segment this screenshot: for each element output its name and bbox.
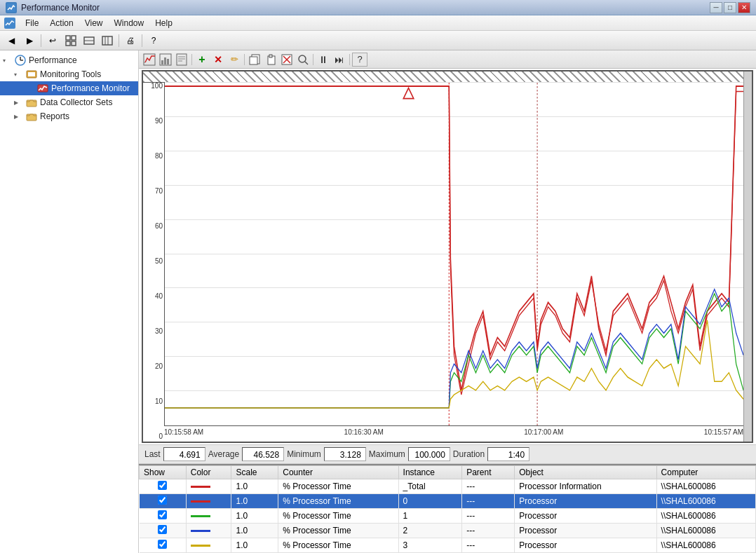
cell-parent: --- xyxy=(462,538,515,553)
ptb-sep-4 xyxy=(349,54,350,65)
view-report-btn[interactable] xyxy=(174,53,189,67)
menu-file[interactable]: File xyxy=(20,17,44,29)
counter-table: Show Color Scale Counter Instance Parent… xyxy=(139,464,756,553)
svg-rect-32 xyxy=(269,55,272,57)
y-label-30: 30 xyxy=(143,328,163,335)
cell-computer: \\SHAL600086 xyxy=(656,494,755,509)
svg-rect-22 xyxy=(161,60,163,64)
app-icon xyxy=(6,2,17,13)
cell-scale: 1.0 xyxy=(231,538,278,553)
sidebar-item-data-collector[interactable]: ▶ Data Collector Sets xyxy=(0,95,138,109)
view-histogram-btn[interactable] xyxy=(158,53,173,67)
paste-properties-btn[interactable] xyxy=(263,53,278,67)
table-row[interactable]: 1.0 % Processor Time 1 --- Processor \\S… xyxy=(140,509,756,524)
show-checkbox[interactable] xyxy=(158,496,167,505)
cell-show[interactable] xyxy=(140,538,187,553)
cell-computer: \\SHAL600086 xyxy=(656,479,755,494)
toolbar-refresh[interactable]: ↩ xyxy=(44,33,61,48)
zoom-btn[interactable] xyxy=(295,53,311,67)
toolbar-grid2[interactable] xyxy=(81,33,97,48)
chart-plot xyxy=(164,83,743,426)
col-counter: Counter xyxy=(278,466,398,479)
cell-instance: 0 xyxy=(398,494,462,509)
minimize-button[interactable]: ─ xyxy=(710,2,722,13)
minimum-label: Minimum xyxy=(287,449,321,459)
cell-object: Processor xyxy=(515,538,656,553)
menu-icon xyxy=(3,16,17,30)
toolbar-back[interactable]: ◀ xyxy=(3,33,20,48)
add-counter-btn[interactable]: + xyxy=(194,53,210,67)
show-checkbox[interactable] xyxy=(158,540,167,549)
svg-point-36 xyxy=(299,55,306,62)
toolbar-help[interactable]: ? xyxy=(145,33,162,48)
x-label-0: 10:15:58 AM xyxy=(164,428,203,436)
cell-scale: 1.0 xyxy=(231,524,278,538)
table-row[interactable]: 1.0 % Processor Time _Total --- Processo… xyxy=(140,479,756,494)
col-scale: Scale xyxy=(231,466,278,479)
x-label-3: 10:15:57 AM xyxy=(704,428,743,436)
maximize-button[interactable]: □ xyxy=(724,2,736,13)
menu-action[interactable]: Action xyxy=(44,17,79,29)
chart-scrollbar[interactable] xyxy=(743,71,752,442)
show-checkbox[interactable] xyxy=(158,510,167,519)
show-checkbox[interactable] xyxy=(158,481,167,490)
menu-help[interactable]: Help xyxy=(149,17,178,29)
view-graph-btn[interactable] xyxy=(142,53,157,67)
sidebar-item-monitoring-tools[interactable]: ▾ Monitoring Tools xyxy=(0,67,138,81)
data-collector-icon xyxy=(25,97,38,108)
highlight-btn[interactable]: ✏ xyxy=(227,53,242,67)
menu-window[interactable]: Window xyxy=(109,17,150,29)
svg-rect-25 xyxy=(177,54,187,65)
cell-parent: --- xyxy=(462,479,515,494)
cell-show[interactable] xyxy=(140,479,187,494)
table-row[interactable]: 1.0 % Processor Time 2 --- Processor \\S… xyxy=(140,524,756,538)
copy-properties-btn[interactable] xyxy=(247,53,262,67)
minimum-value: 3.128 xyxy=(324,447,366,461)
delete-counter-btn[interactable]: ✕ xyxy=(210,53,226,67)
y-label-100: 100 xyxy=(143,83,163,90)
cell-show[interactable] xyxy=(140,494,187,509)
performance-icon xyxy=(14,55,27,66)
toolbar-print[interactable]: 🖨 xyxy=(122,33,139,48)
col-instance: Instance xyxy=(398,466,462,479)
svg-rect-5 xyxy=(72,41,76,46)
col-computer: Computer xyxy=(656,466,755,479)
cell-counter: % Processor Time xyxy=(278,509,398,524)
cell-parent: --- xyxy=(462,509,515,524)
perf-toolbar: + ✕ ✏ ⏸ ⏭ ? xyxy=(139,50,756,69)
pause-btn[interactable]: ⏸ xyxy=(316,53,331,67)
table-row[interactable]: 1.0 % Processor Time 3 --- Processor \\S… xyxy=(140,538,756,553)
toolbar-forward[interactable]: ▶ xyxy=(21,33,38,48)
cell-color xyxy=(186,509,231,524)
cell-show[interactable] xyxy=(140,524,187,538)
sidebar-label-reports: Reports xyxy=(40,111,69,121)
menu-view[interactable]: View xyxy=(79,17,109,29)
col-parent: Parent xyxy=(462,466,515,479)
monitoring-icon xyxy=(25,69,38,80)
clear-display-btn[interactable] xyxy=(279,53,295,67)
svg-rect-3 xyxy=(72,36,76,40)
table: Show Color Scale Counter Instance Parent… xyxy=(139,465,756,553)
sidebar: ▾ Performance ▾ Monitoring Tools Perform… xyxy=(0,50,139,553)
toolbar-grid3[interactable] xyxy=(99,33,116,48)
toolbar-grid1[interactable] xyxy=(62,33,79,48)
close-button[interactable]: ✕ xyxy=(738,2,750,13)
cell-object: Processor Information xyxy=(515,479,656,494)
chart-wrapper: 0 10 20 30 40 50 60 70 80 90 100 xyxy=(142,70,753,443)
svg-rect-15 xyxy=(28,72,35,76)
col-color: Color xyxy=(186,466,231,479)
sidebar-label-data: Data Collector Sets xyxy=(40,97,112,107)
table-row[interactable]: 1.0 % Processor Time 0 --- Processor \\S… xyxy=(140,494,756,509)
y-label-0: 0 xyxy=(143,433,163,440)
window-controls[interactable]: ─ □ ✕ xyxy=(710,2,750,13)
perf-help-btn[interactable]: ? xyxy=(352,53,367,67)
sidebar-item-reports[interactable]: ▶ Reports xyxy=(0,109,138,123)
cell-show[interactable] xyxy=(140,509,187,524)
sidebar-item-perf-monitor[interactable]: Performance Monitor xyxy=(0,81,138,95)
next-frame-btn[interactable]: ⏭ xyxy=(332,53,347,67)
y-label-10: 10 xyxy=(143,398,163,405)
show-checkbox[interactable] xyxy=(158,525,167,534)
sidebar-item-performance[interactable]: ▾ Performance xyxy=(0,53,138,67)
tree-arrow-performance: ▾ xyxy=(3,57,14,64)
sidebar-label-performance: Performance xyxy=(29,55,77,65)
